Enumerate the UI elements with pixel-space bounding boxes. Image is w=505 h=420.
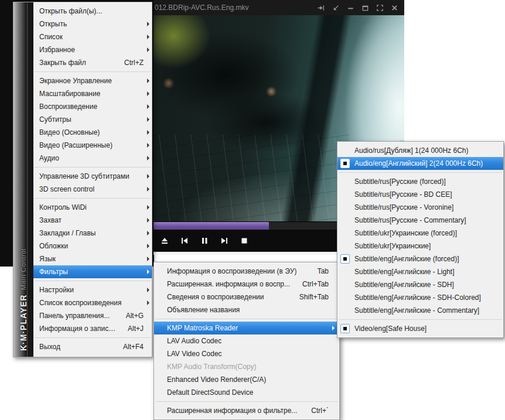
menu-item[interactable]: Захват (33, 214, 152, 227)
menu-item-label: Обложки (39, 242, 68, 250)
menu-item[interactable]: Subtitle/rus[Русские - Commentary] (337, 214, 503, 227)
menu-item[interactable]: Масштабирование (33, 87, 152, 100)
menu-item-label: Default DirectSound Device (167, 388, 253, 397)
menu-item[interactable]: Subtitle/eng[Английские - Light] (337, 265, 503, 278)
menu-item-label: Аудио (39, 154, 59, 162)
menu-item[interactable]: KMP Audio Transform(Copy) (154, 360, 339, 373)
restore-arrow-icon[interactable] (330, 3, 341, 12)
menu-item[interactable]: Закладки / Главы (33, 227, 152, 240)
next-icon[interactable] (218, 234, 231, 247)
maximize-icon[interactable] (360, 3, 370, 12)
menu-item[interactable]: Видео (Расширенные) (33, 139, 152, 152)
menu-item[interactable]: Default DirectSound Device (154, 386, 339, 399)
menu-item[interactable]: 3D screen control (33, 183, 152, 196)
menu-item[interactable]: Subtitle/eng[Английские - Commentary] (337, 304, 503, 317)
menu-item[interactable]: Управление 3D субтитрами (33, 170, 152, 183)
submenu-arrow-icon (144, 218, 149, 223)
menu-item-label: Subtitle/eng[Английские - SDH-Colored] (354, 293, 481, 302)
menu-item[interactable]: Subtitle/rus[Русские (forced)] (337, 175, 503, 188)
menu-item[interactable]: Audio/rus[Дубляж] 1(24 000Hz 6Ch) (337, 144, 503, 157)
menu-item[interactable]: Открыть файл(ы)... (33, 5, 152, 18)
close-icon[interactable] (389, 3, 400, 12)
menu-item-label: Subtitle/rus[Русские - Voronine] (354, 203, 453, 211)
previous-icon[interactable] (178, 234, 191, 247)
menu-item[interactable]: Панель управления...Alt+G (33, 309, 152, 322)
titlebar[interactable]: 012.BDRip-AVC.Rus.Eng.mkv (153, 0, 404, 15)
submenu-arrow-icon (144, 288, 149, 292)
menu-item[interactable]: Экранное Управление (33, 74, 152, 87)
selected-radio-indicator (340, 324, 350, 333)
menu-item[interactable]: Объявление названия (154, 303, 339, 316)
menu-item-label: KMP Matroska Reader (167, 324, 238, 332)
menu-item-label: Enhanced Video Renderer(C/A) (167, 375, 266, 384)
menu-item-label: Subtitle/eng[Английские - Light] (354, 268, 455, 276)
menu-item[interactable]: Субтитры (33, 113, 152, 126)
menu-item[interactable]: Сведения о воспроизведенииShift+Tab (154, 291, 339, 303)
menu-item[interactable]: Язык (33, 252, 152, 265)
submenu-arrow-icon (144, 269, 149, 274)
menu-item[interactable]: Контроль WiDi (33, 201, 152, 214)
menu-item[interactable]: Subtitle/rus[Русские - BD CEE] (337, 188, 503, 201)
menu-item[interactable]: Video/eng[Safe House] (337, 322, 503, 335)
menu-item[interactable]: Воспроизведение (33, 100, 152, 113)
menu-item-label: Управление 3D субтитрами (39, 172, 129, 180)
menu-item[interactable]: Subtitle/ukr[Украинские] (337, 240, 503, 252)
menu-item[interactable]: Enhanced Video Renderer(C/A) (154, 373, 339, 386)
menu-item[interactable]: Расширенная. информация о воспр...Ctrl+T… (154, 278, 339, 291)
menu-separator (34, 281, 151, 281)
menu-item-label: Subtitle/ukr[Украинские] (354, 242, 431, 250)
window-title: 012.BDRip-AVC.Rus.Eng.mkv (153, 4, 249, 12)
pause-icon[interactable] (198, 234, 211, 247)
menu-shortcut: Shift+Tab (289, 293, 329, 301)
menu-item-label: Экранное Управление (39, 77, 112, 85)
menu-item-label: Информация о воспроизведении (в ЭУ) (167, 267, 296, 275)
menu-item-label: Масштабирование (39, 90, 100, 98)
menu-item[interactable]: Список воспроизведения (33, 296, 152, 309)
eject-icon[interactable] (158, 234, 171, 247)
menu-item-label: 3D screen control (39, 185, 94, 193)
menu-item[interactable]: Закрыть файлCtrl+Z (33, 56, 152, 69)
menu-item[interactable]: Subtitle/rus[Русские - Voronine] (337, 201, 503, 214)
menu-item[interactable]: Видео (Основные) (33, 126, 152, 139)
menu-item[interactable]: Обложки (33, 240, 152, 252)
menu-item-label: Список воспроизведения (39, 299, 121, 307)
menu-item[interactable]: Открыть (33, 18, 152, 30)
menu-item-label: Фильтры (39, 268, 68, 276)
submenu-arrow-icon (144, 143, 149, 148)
menu-separator (34, 167, 151, 168)
minimize-icon[interactable] (345, 3, 356, 12)
menu-shortcut: Tab (307, 267, 329, 275)
menu-item[interactable]: Subtitle/eng[Английские - SDH-Colored] (337, 291, 503, 304)
menu-item[interactable]: ВыходAlt+F4 (33, 340, 152, 353)
menu-item[interactable]: Аудио (33, 152, 152, 165)
submenu-arrow-icon (144, 91, 149, 96)
stop-icon[interactable] (238, 234, 251, 247)
menu-item[interactable]: Subtitle/ukr[Украинские (forced)] (337, 227, 503, 240)
menu-item[interactable]: LAV Audio Codec (154, 334, 339, 347)
fullscreen-icon[interactable] (374, 3, 385, 12)
menu-item-label: Открыть файл(ы)... (39, 7, 102, 15)
menu-item[interactable]: Расширенная информация о фильтре...Ctrl+… (154, 404, 339, 417)
menu-item[interactable]: Subtitle/eng[Английские (forced)] (337, 252, 503, 265)
menu-item[interactable]: Избранное (33, 43, 152, 56)
menu-item-label: Захват (39, 216, 62, 224)
selected-radio-indicator (340, 159, 350, 168)
pin-icon[interactable] (316, 3, 326, 12)
menu-item-label: Видео (Основные) (39, 128, 100, 136)
menu-item[interactable]: Фильтры (25, 265, 152, 278)
menu-item[interactable]: Audio/eng[Английский] 2(24 000Hz 6Ch) (337, 157, 503, 170)
menu-item[interactable]: Настройки (33, 284, 152, 296)
menu-separator (34, 71, 151, 72)
submenu-arrow-icon (144, 22, 149, 26)
main-context-menu: K·M·PLAYER Main Control Открыть файл(ы).… (13, 2, 152, 357)
menu-item[interactable]: Subtitle/eng[Английские - SDH] (337, 278, 503, 291)
menu-item-label: LAV Video Codec (167, 350, 222, 358)
menu-item[interactable]: KMP Matroska Reader (154, 322, 339, 334)
menu-item-label: Subtitle/rus[Русские - Commentary] (354, 216, 466, 224)
menu-item[interactable]: Список (33, 30, 152, 43)
menu-item[interactable]: Информация о воспроизведении (в ЭУ)Tab (154, 265, 339, 278)
menu-separator (339, 172, 502, 173)
menu-separator (339, 319, 502, 320)
menu-item[interactable]: Информация о записи...Alt+J (33, 322, 152, 335)
menu-item[interactable]: LAV Video Codec (154, 347, 339, 360)
